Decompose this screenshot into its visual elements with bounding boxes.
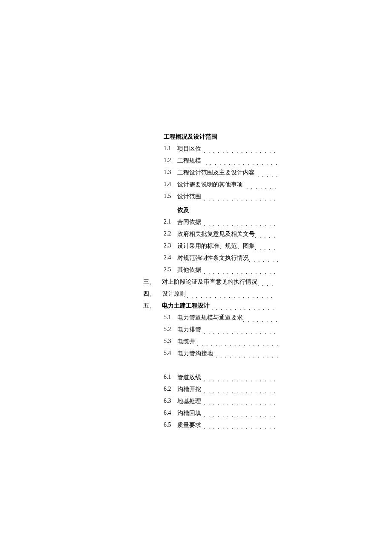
toc-item: 5.4 电力管沟接地 . . . . . . . . . . . . . . .… (164, 350, 278, 362)
toc-item-num: 2.3 (164, 242, 171, 249)
toc-dots: . . . . . . . . . . . . . . . . . . . . … (204, 424, 278, 430)
toc-item-title: 合同依据 (177, 218, 201, 226)
toc-item: 2.1 合同依据 . . . . . . . . . . . . . . . .… (164, 218, 278, 230)
toc-dots: . . . . . . . . . . . . . . . . . . . . … (204, 195, 278, 201)
toc-item-title: 沟槽回填 (177, 410, 201, 417)
toc-item: 1.3 工程设计范围及主要设计内容 . . . . . . . (164, 169, 278, 181)
toc-item-num: 1.3 (164, 169, 171, 176)
toc-item-title: 地基处理 (177, 398, 201, 405)
toc-item-num: 5.4 (164, 350, 171, 357)
toc-dots: . . . . . . . . . . . . . . . . . . . . … (204, 400, 278, 406)
toc-dots: . . . . . . . . . . . . . . . . . . . . … (204, 376, 278, 382)
toc-item-num: 1.5 (164, 193, 171, 200)
toc-item-title: 其他依据 (177, 266, 201, 274)
toc-item: 2.5 其他依据 . . . . . . . . . . . . . . . .… (164, 266, 278, 278)
toc-section-prefix: 五、 (143, 302, 155, 310)
toc-section: 五、 电力土建工程设计 . . . . . . . . . . . . . . … (143, 302, 275, 314)
toc-dots: . . . . . . . . . . . (246, 183, 278, 189)
toc-item-num: 1.2 (164, 157, 171, 164)
toc-section-title: 电力土建工程设计 (162, 302, 210, 310)
toc-item-title: 电缆井 (177, 338, 195, 346)
toc-item-num: 5.1 (164, 314, 171, 321)
toc-item-num: 2.4 (164, 254, 171, 261)
toc-item-title: 设计范围 (177, 193, 201, 200)
toc-dots: . . . . . . . . . . . . . . . . . . . . … (211, 305, 275, 311)
toc-dots: . . . . . . . . . . . . (243, 317, 278, 323)
toc-item-num: 2.5 (164, 266, 171, 273)
toc-item-num: 5.3 (164, 338, 171, 345)
toc-item-title: 政府相关批复意见及相关文号 (177, 230, 255, 238)
toc-item: 6.5 质量要求 . . . . . . . . . . . . . . . .… (164, 421, 278, 433)
toc-section: 三、 对上阶段论证及审查意见的执行情况 . . . . . . . . (143, 278, 275, 290)
toc-item-title: 电力管沟接地 (177, 350, 213, 357)
toc-item: 1.2 工程规模 . . . . . . . . . . . . . . . .… (164, 157, 278, 169)
toc-dots: . . . . . . . . . . . . . . . . . . . . … (204, 388, 278, 394)
toc-item: 2.3 设计采用的标准、规范、图集 . . . . . . . . (164, 242, 278, 254)
toc-item-title: 电力管道规模与通道要求 (177, 314, 243, 322)
toc-item: 2.2 政府相关批复意见及相关文号 . . . . . . . . (164, 230, 278, 242)
toc-item-num: 6.3 (164, 398, 171, 404)
toc-item-title: 沟槽开挖 (177, 386, 201, 393)
toc-item: 2.4 对规范强制性条文执行情况 . . . . . . . . . . (164, 254, 278, 266)
toc-item: 6.3 地基处理 . . . . . . . . . . . . . . . .… (164, 398, 278, 410)
toc-dots: . . . . . . . . . . . . . . . . . . . . … (204, 412, 278, 418)
toc-dots: . . . . . . . . (255, 245, 278, 251)
toc-dots: . . . . . . . (257, 171, 278, 177)
toc-item-title: 设计需要说明的其他事项 (177, 181, 243, 189)
toc-dots: . . . . . . . . (257, 281, 275, 287)
toc-item-num: 2.1 (164, 218, 171, 225)
toc-section-prefix: 四、 (143, 290, 155, 298)
toc-item: 1.1 项目区位 . . . . . . . . . . . . . . . .… (164, 145, 278, 157)
toc-dots: . . . . . . . . . . . . . . . . . . . . … (187, 293, 275, 299)
toc-dots: . . . . . . . . . . . . . . . . . . . . … (204, 328, 278, 334)
toc-item-num: 6.4 (164, 410, 171, 416)
toc-item-title: 工程规模 (177, 157, 201, 165)
toc-item-title: 管道放线 (177, 374, 201, 381)
toc-dots: . . . . . . . . . . . . . . . . . . . . … (204, 221, 278, 227)
toc-item: 5.2 电力排管 . . . . . . . . . . . . . . . .… (164, 326, 278, 338)
toc-item: 1.5 设计范围 . . . . . . . . . . . . . . . .… (164, 193, 278, 205)
toc-item-num: 6.2 (164, 386, 171, 392)
toc-item: 1.4 设计需要说明的其他事项 . . . . . . . . . . . (164, 181, 278, 193)
toc-section: 四、 设计原则 . . . . . . . . . . . . . . . . … (143, 290, 275, 302)
toc-item-num: 2.2 (164, 230, 171, 237)
toc-item-title: 对规范强制性条文执行情况 (177, 254, 249, 262)
toc-item: 6.4 沟槽回填 . . . . . . . . . . . . . . . .… (164, 410, 278, 421)
toc-item-num: 6.5 (164, 421, 171, 428)
toc-item-num: 6.1 (164, 374, 171, 381)
toc-item-num: 5.2 (164, 326, 171, 333)
toc-container: 工程概况及设计范围 1.1 项目区位 . . . . . . . . . . .… (143, 133, 275, 433)
toc-item: 6.2 沟槽开挖 . . . . . . . . . . . . . . . .… (164, 386, 278, 398)
toc-item-title: 项目区位 (177, 145, 201, 153)
toc-item-num: 1.4 (164, 181, 171, 188)
toc-dots: . . . . . . . . . . . . . . . . . . . . … (216, 352, 278, 358)
toc-item-title: 工程设计范围及主要设计内容 (177, 169, 255, 177)
toc-item: 5.3 电缆井 . . . . . . . . . . . . . . . . … (164, 338, 278, 350)
toc-item-title: 质量要求 (177, 421, 201, 429)
toc-heading-1: 工程概况及设计范围 (164, 133, 275, 141)
toc-item-title: 电力排管 (177, 326, 201, 334)
toc-dots: . . . . . . . . . . (249, 257, 278, 263)
toc-item-title: 设计采用的标准、规范、图集 (177, 242, 255, 250)
toc-item: 6.1 管道放线 . . . . . . . . . . . . . . . .… (164, 374, 278, 386)
toc-dots: . . . . . . . . . . . . . . . . . . . . … (204, 269, 278, 275)
toc-item-num: 1.1 (164, 145, 171, 152)
toc-dots: . . . . . . . . . . . . . . . . . . . . … (197, 340, 278, 346)
toc-dots: . . . . . . . . . . . . . . . . . . . . … (204, 148, 278, 154)
toc-spacer (143, 362, 275, 374)
toc-item: 5.1 电力管道规模与通道要求 . . . . . . . . . . . . (164, 314, 278, 326)
toc-heading-2: 依及 (177, 206, 275, 214)
toc-section-title: 对上阶段论证及审查意见的执行情况 (162, 278, 257, 286)
toc-dots: . . . . . . . . (255, 233, 278, 239)
toc-section-prefix: 三、 (143, 278, 155, 286)
toc-dots: . . . . . . . . . . . . . . . . . . . . … (205, 160, 278, 166)
toc-section-title: 设计原则 (162, 290, 186, 298)
